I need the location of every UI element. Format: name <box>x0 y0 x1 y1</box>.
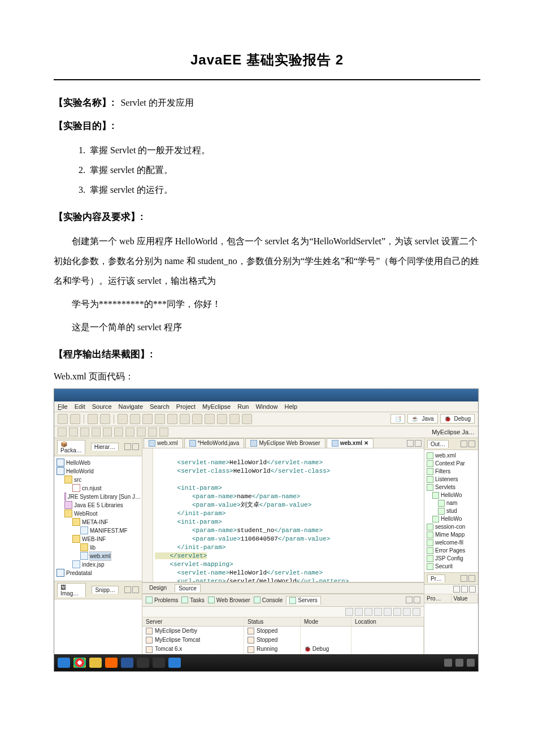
menu-help[interactable]: Help <box>285 403 298 410</box>
tab-tasks[interactable]: Tasks <box>181 597 205 603</box>
minimize-icon[interactable] <box>461 440 467 447</box>
file-manager-icon[interactable] <box>89 658 102 668</box>
toolbar-icon[interactable] <box>159 427 168 437</box>
toolbar-icon[interactable] <box>374 608 382 616</box>
perspective-open[interactable]: 📑 <box>390 414 405 424</box>
toolbar-icon[interactable] <box>453 586 460 593</box>
toolbar-icon[interactable] <box>167 414 177 424</box>
tab-hierarchy[interactable]: Hierar… <box>91 443 119 451</box>
toolbar-icon[interactable] <box>461 586 468 593</box>
tree-node[interactable]: lib <box>90 543 95 552</box>
editor-tab-active[interactable]: web.xml ✕ <box>327 438 374 448</box>
new-icon[interactable] <box>58 414 68 424</box>
outline-node[interactable]: stud <box>446 507 457 515</box>
tree-node[interactable]: HelloWeb <box>66 459 90 467</box>
toolbar-icon[interactable] <box>413 608 420 616</box>
word-icon[interactable] <box>121 658 133 668</box>
maximize-icon[interactable] <box>468 440 475 447</box>
maximize-icon[interactable] <box>132 443 139 450</box>
minimize-icon[interactable] <box>407 440 414 447</box>
outline-node[interactable]: Context Par <box>435 460 465 468</box>
media-player-icon[interactable] <box>105 658 118 668</box>
start-button-icon[interactable] <box>58 658 70 668</box>
toolbar-icon[interactable] <box>403 608 411 616</box>
menu-run[interactable]: Run <box>237 403 249 410</box>
maximize-icon[interactable] <box>414 597 420 603</box>
tab-source[interactable]: Source <box>175 584 201 592</box>
outline-tree[interactable]: web.xml Context Par Filters Listeners Se… <box>424 450 478 573</box>
outline-node[interactable]: Mime Mapp <box>435 531 464 539</box>
toolbar-icon[interactable] <box>125 427 134 437</box>
outline-node[interactable]: HelloWo <box>441 491 462 499</box>
tab-image[interactable]: 🖼 Imag… <box>57 583 86 597</box>
start-server-icon[interactable] <box>355 608 363 616</box>
minimize-icon[interactable] <box>406 597 413 603</box>
menu-file[interactable]: FFileile <box>58 403 68 410</box>
toolbar-icon[interactable] <box>242 414 252 424</box>
col-status[interactable]: Status <box>244 617 301 626</box>
tab-problems[interactable]: Problems <box>146 597 178 603</box>
toolbar-icon[interactable] <box>192 414 202 424</box>
menu-source[interactable]: Source <box>92 403 112 410</box>
maximize-icon[interactable] <box>468 575 475 582</box>
maximize-icon[interactable] <box>132 586 139 593</box>
toolbar-icon[interactable] <box>180 414 190 424</box>
toolbar-icon[interactable] <box>118 414 128 424</box>
outline-node[interactable]: HelloWo <box>441 515 462 523</box>
toolbar-icon[interactable] <box>114 427 123 437</box>
outline-node[interactable]: welcome-fil <box>435 539 463 547</box>
tree-node[interactable]: index.jsp <box>82 560 104 569</box>
col-location[interactable]: Location <box>351 617 424 626</box>
toolbar-icon[interactable] <box>393 608 401 616</box>
toolbar-icon[interactable] <box>155 414 165 424</box>
server-row[interactable]: Tomcat 6.x Running 🐞 Debug <box>142 645 424 654</box>
tree-node[interactable]: JRE System Library [Sun J… <box>68 493 141 501</box>
tab-package-explorer[interactable]: 📦 Packa… <box>57 440 85 454</box>
tree-node[interactable]: Predatatal <box>66 569 92 577</box>
toolbar-icon[interactable] <box>142 414 153 424</box>
menu-search[interactable]: Search <box>150 403 170 410</box>
toolbar-icon[interactable] <box>130 414 140 424</box>
toolbar-icon[interactable] <box>384 608 392 616</box>
minimize-icon[interactable] <box>124 586 131 593</box>
tree-node[interactable]: cn.njust <box>82 484 101 493</box>
outline-node[interactable]: Error Pages <box>435 547 465 555</box>
tree-node[interactable]: Java EE 5 Libraries <box>74 501 123 509</box>
app-icon[interactable] <box>153 658 165 668</box>
editor-tab[interactable]: web.xml <box>144 438 183 448</box>
toolbar-icon[interactable] <box>58 427 67 437</box>
menu-navigate[interactable]: Navigate <box>119 403 143 410</box>
toolbar-icon[interactable] <box>137 427 146 437</box>
debug-icon[interactable] <box>88 414 98 424</box>
outline-node[interactable]: Filters <box>435 468 450 476</box>
wifi-icon[interactable] <box>467 659 475 667</box>
tree-node[interactable]: WebRoot <box>74 509 98 518</box>
toolbar-icon[interactable] <box>92 427 101 437</box>
tab-servers[interactable]: Servers <box>286 596 320 604</box>
app-icon[interactable] <box>168 658 181 668</box>
menu-edit[interactable]: Edit <box>75 403 85 410</box>
maximize-icon[interactable] <box>415 440 422 447</box>
stop-server-icon[interactable] <box>364 608 372 616</box>
outline-node[interactable]: nam <box>446 499 457 507</box>
tree-node[interactable]: MANIFEST.MF <box>90 526 128 535</box>
toolbar-icon[interactable] <box>80 427 89 437</box>
tab-webbrowser[interactable]: Web Browser <box>208 597 250 603</box>
tree-node[interactable]: src <box>74 476 81 484</box>
minimize-icon[interactable] <box>461 575 467 582</box>
tab-design[interactable]: Design <box>146 584 170 592</box>
tab-console[interactable]: Console <box>254 597 283 603</box>
toolbar-icon[interactable] <box>469 586 476 593</box>
minimize-icon[interactable] <box>124 443 131 450</box>
toolbar-icon[interactable] <box>148 427 157 437</box>
tree-node[interactable]: HelloWorld <box>66 467 94 476</box>
tree-node-selected[interactable]: web.xml <box>90 552 111 560</box>
toolbar-icon[interactable] <box>205 414 215 424</box>
tree-node[interactable]: META-INF <box>82 518 108 526</box>
menu-project[interactable]: Project <box>176 403 196 410</box>
tab-properties[interactable]: Pr… <box>427 574 445 582</box>
tree-node[interactable]: WEB-INF <box>82 535 106 543</box>
menu-window[interactable]: Window <box>255 403 277 410</box>
toolbar-icon[interactable] <box>103 427 112 437</box>
col-server[interactable]: Server <box>142 617 244 626</box>
